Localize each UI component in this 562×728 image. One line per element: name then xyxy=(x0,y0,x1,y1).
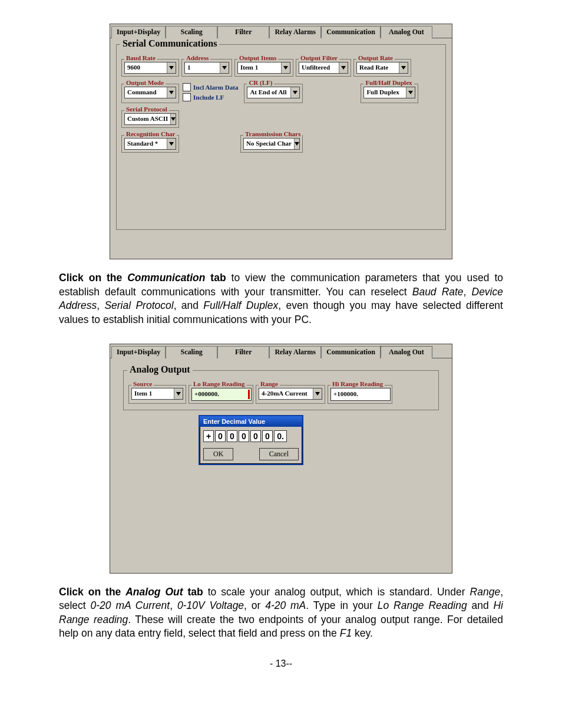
serial-protocol-select[interactable]: Custom ASCII xyxy=(124,113,176,125)
chevron-down-icon xyxy=(170,114,176,124)
tab-scaling[interactable]: Scaling xyxy=(166,346,217,358)
enter-decimal-dialog: Enter Decimal Value + 0 0 0 0 0 0. OK Ca… xyxy=(199,415,303,465)
tab-communication[interactable]: Communication xyxy=(321,346,381,358)
cancel-button[interactable]: Cancel xyxy=(259,448,299,460)
svg-marker-10 xyxy=(295,142,299,146)
svg-marker-5 xyxy=(169,91,174,94)
crlf-field: CR (LF) At End of All xyxy=(244,84,303,103)
output-items-field: Output Items Item 1 xyxy=(234,59,293,77)
communication-panel: Input+Display Scaling Filter Relay Alarm… xyxy=(110,24,452,259)
digit-row: + 0 0 0 0 0 0. xyxy=(203,430,299,442)
chevron-down-icon xyxy=(167,139,176,149)
group-legend: Serial Communications xyxy=(120,38,219,49)
output-filter-field: Output Filter Unfiltered xyxy=(296,59,351,77)
tab-input-display[interactable]: Input+Display xyxy=(111,346,166,358)
tab-input-display[interactable]: Input+Display xyxy=(111,26,166,38)
chevron-down-icon xyxy=(290,87,299,98)
tab-communication[interactable]: Communication xyxy=(321,26,381,38)
svg-marker-2 xyxy=(283,66,288,70)
chevron-down-icon xyxy=(339,62,348,73)
chevron-down-icon xyxy=(313,388,322,399)
crlf-select[interactable]: At End of All xyxy=(247,87,300,98)
digit-cell[interactable]: 0 xyxy=(239,430,249,442)
chevron-down-icon xyxy=(294,139,299,149)
include-lf-checkbox[interactable]: Include LF xyxy=(183,93,238,101)
serial-protocol-field: Serial Protocol Custom ASCII xyxy=(121,110,179,128)
svg-marker-8 xyxy=(171,117,176,121)
address-field: Address 1 xyxy=(181,59,232,77)
digit-sign[interactable]: + xyxy=(203,430,214,442)
checkbox-group: Incl Alarm Data Include LF xyxy=(183,81,238,103)
baud-rate-field: Baud Rate 9600 xyxy=(121,59,179,77)
address-select[interactable]: 1 xyxy=(184,62,229,74)
output-rate-field: Output Rate Read Rate xyxy=(353,59,411,77)
chevron-down-icon xyxy=(174,388,183,399)
tab-relay-alarms[interactable]: Relay Alarms xyxy=(269,26,321,38)
svg-marker-12 xyxy=(315,392,320,396)
output-filter-select[interactable]: Unfiltered xyxy=(299,62,348,74)
chevron-down-icon xyxy=(281,62,290,73)
svg-marker-4 xyxy=(401,66,406,70)
analog-out-panel: Input+Display Scaling Filter Relay Alarm… xyxy=(110,344,452,574)
svg-marker-11 xyxy=(176,392,181,396)
digit-cell[interactable]: 0 xyxy=(215,430,226,442)
checkbox-icon xyxy=(183,83,191,91)
digit-cell[interactable]: 0 xyxy=(262,430,273,442)
range-select[interactable]: 4-20mA Current xyxy=(259,388,322,400)
tab-bar-2: Input+Display Scaling Filter Relay Alarm… xyxy=(110,344,452,358)
group-legend: Analog Output xyxy=(127,364,193,375)
chevron-down-icon xyxy=(220,62,229,73)
svg-marker-9 xyxy=(169,142,174,146)
svg-marker-3 xyxy=(341,66,346,70)
duplex-field: Full/Half Duplex Full Duplex xyxy=(361,84,418,103)
tab-filter[interactable]: Filter xyxy=(217,346,269,358)
instruction-paragraph-2: Click on the Analog Out tab to scale you… xyxy=(59,585,503,641)
tab-relay-alarms[interactable]: Relay Alarms xyxy=(269,346,321,358)
svg-marker-7 xyxy=(408,91,413,94)
digit-cell[interactable]: 0 xyxy=(250,430,261,442)
transmission-select[interactable]: No Special Char xyxy=(243,138,300,150)
page-number: - 13-- xyxy=(59,658,503,669)
baud-rate-select[interactable]: 9600 xyxy=(124,62,176,74)
tab-filter[interactable]: Filter xyxy=(217,26,269,38)
tab-analog-out[interactable]: Analog Out xyxy=(381,26,432,38)
output-rate-select[interactable]: Read Rate xyxy=(356,62,408,74)
lo-range-input[interactable]: +000000. xyxy=(191,388,252,401)
digit-cell[interactable]: 0. xyxy=(274,430,287,442)
output-mode-field: Output Mode Command xyxy=(121,84,179,103)
output-items-select[interactable]: Item 1 xyxy=(237,62,290,74)
checkbox-icon xyxy=(183,93,191,101)
source-select[interactable]: Item 1 xyxy=(131,388,183,400)
source-field: Source Item 1 xyxy=(128,385,186,404)
analog-output-group: Analog Output Source Item 1 Lo Range Rea… xyxy=(123,370,439,410)
tab-analog-out[interactable]: Analog Out xyxy=(381,346,432,358)
output-mode-select[interactable]: Command xyxy=(124,87,176,98)
hi-range-field: Hi Range Reading +100000. xyxy=(328,385,392,404)
dialog-title: Enter Decimal Value xyxy=(200,416,302,427)
instruction-paragraph-1: Click on the Communication tab to view t… xyxy=(59,271,503,327)
tab-scaling[interactable]: Scaling xyxy=(166,26,217,38)
svg-marker-6 xyxy=(293,91,297,94)
incl-alarm-data-checkbox[interactable]: Incl Alarm Data xyxy=(183,83,238,91)
lo-range-field: Lo Range Reading +000000. xyxy=(189,385,253,404)
chevron-down-icon xyxy=(399,62,408,73)
ok-button[interactable]: OK xyxy=(203,448,233,460)
tab-bar-1: Input+Display Scaling Filter Relay Alarm… xyxy=(110,24,452,38)
hi-range-input[interactable]: +100000. xyxy=(330,388,391,401)
svg-marker-0 xyxy=(169,66,174,70)
chevron-down-icon xyxy=(167,62,176,73)
range-field: Range 4-20mA Current xyxy=(256,385,325,404)
chevron-down-icon xyxy=(167,87,176,98)
transmission-chars-field: Transmission Chars No Special Char xyxy=(240,135,303,153)
serial-communications-group: Serial Communications Baud Rate 9600 Add… xyxy=(116,44,446,230)
digit-cell[interactable]: 0 xyxy=(227,430,237,442)
duplex-select[interactable]: Full Duplex xyxy=(363,87,415,98)
chevron-down-icon xyxy=(406,87,415,98)
recognition-select[interactable]: Standard * xyxy=(124,138,176,150)
recognition-char-field: Recognition Char Standard * xyxy=(121,135,179,153)
svg-marker-1 xyxy=(222,66,227,70)
